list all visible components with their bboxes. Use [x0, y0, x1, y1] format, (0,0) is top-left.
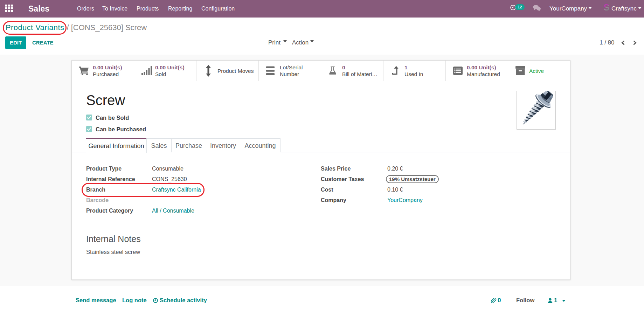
svg-text:S: S	[603, 3, 609, 12]
